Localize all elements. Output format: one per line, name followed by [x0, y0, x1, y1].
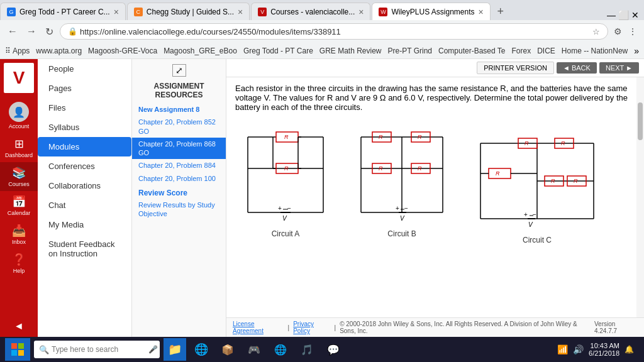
expand-icon-wrap[interactable]: ⤢ [132, 64, 226, 77]
tab-close-1[interactable]: × [114, 7, 119, 17]
bookmark-prept[interactable]: Pre-PT Grind [388, 47, 432, 55]
privacy-policy-link[interactable]: Privacy Policy [293, 321, 330, 334]
bookmark-magoosh-ebook[interactable]: Magoosh_GRE_eBoo [164, 47, 237, 55]
taskbar-date-text: 6/21/2018 [589, 349, 619, 357]
bookmark-forex[interactable]: Forex [512, 47, 531, 55]
sidebar-item-inbox[interactable]: 📥 Inbox [0, 220, 38, 249]
taskbar-chrome[interactable]: 🌐 [269, 338, 292, 361]
scrollbar-thumb[interactable] [638, 102, 643, 140]
sidebar-item-calendar[interactable]: 📅 Calendar [0, 191, 38, 220]
scrollbar[interactable] [636, 77, 644, 317]
bookmarks-bar: ⠿ Apps www.apta.org Magoosh-GRE-Voca Mag… [0, 43, 644, 59]
svg-text:+: + [396, 205, 399, 212]
bookmark-computer[interactable]: Computer-Based Te [438, 47, 506, 55]
problem-text-area: Each resistor in the three circuits in t… [226, 77, 636, 317]
bookmark-home-label: Home -- NationNew [562, 47, 628, 55]
minimize-button[interactable]: — [607, 10, 616, 20]
tab-1[interactable]: G Greg Todd - PT Career C... × [0, 3, 126, 20]
new-assignment-link[interactable]: New Assignment 8 [132, 103, 226, 116]
back-nav-button[interactable]: ◄ BACK [557, 62, 597, 74]
taskbar-clock[interactable]: 10:43 AM 6/21/2018 [589, 342, 619, 357]
url-input-wrap[interactable]: 🔒 https://online.valenciacollege.edu/cou… [60, 23, 608, 40]
microphone-icon[interactable]: 🎤 [148, 345, 158, 354]
tab-4[interactable]: W WileyPLUS Assignments × [372, 3, 490, 20]
tab-close-2[interactable]: × [238, 7, 243, 17]
tab-3[interactable]: V Courses - valenciacolle... × [251, 3, 370, 20]
bookmark-gregg-todd[interactable]: Greg Todd - PT Care [243, 47, 313, 55]
collapse-icon: ◄ [14, 321, 24, 331]
tab-2[interactable]: C Chegg Study | Guided S... × [127, 3, 250, 20]
tab-title-3: Courses - valenciacolle... [270, 8, 355, 16]
bookmark-apta[interactable]: www.apta.org [36, 47, 82, 55]
taskbar-search-input[interactable] [52, 345, 146, 354]
bookmark-home[interactable]: Home -- NationNew [562, 47, 628, 55]
extensions-button[interactable]: ⚙ [612, 25, 624, 38]
windows-start-button[interactable] [5, 338, 30, 361]
taskbar-spotify[interactable]: 🎵 [296, 338, 318, 361]
forward-button[interactable]: → [24, 23, 39, 40]
svg-text:−: − [533, 211, 536, 218]
taskbar-ie[interactable]: 🌐 [190, 338, 213, 361]
printer-version-button[interactable]: PRINTER VERSION [477, 62, 554, 74]
account-avatar: 👤 [9, 102, 29, 122]
notification-icon[interactable]: 🔔 [625, 345, 634, 354]
course-nav-chat[interactable]: Chat [38, 195, 131, 215]
course-nav-collaborations[interactable]: Collaborations [38, 176, 131, 195]
bookmark-computer-label: Computer-Based Te [438, 47, 506, 55]
network-icon[interactable]: 📶 [557, 344, 568, 354]
course-nav-people[interactable]: People [38, 59, 131, 79]
svg-text:+: + [278, 205, 282, 212]
menu-button[interactable]: ⋮ [626, 25, 639, 38]
problem-text: Each resistor in the three circuits in t… [235, 84, 628, 112]
problem-link-2[interactable]: Chapter 20, Problem 868 GO [132, 138, 226, 160]
svg-text:V: V [528, 221, 533, 228]
sidebar-item-courses[interactable]: 📚 Courses [0, 162, 38, 191]
new-tab-button[interactable]: + [492, 3, 509, 20]
back-button[interactable]: ← [5, 23, 20, 40]
tab-title-4: WileyPLUS Assignments [391, 8, 474, 16]
bookmark-star-icon[interactable]: ☆ [592, 27, 600, 36]
bookmark-gre-math[interactable]: GRE Math Review [319, 47, 382, 55]
course-nav-feedback[interactable]: Student Feedback on Instruction [38, 234, 131, 263]
circuit-c-figure: R R R [468, 124, 606, 244]
bookmark-apps[interactable]: ⠿ Apps [5, 47, 30, 55]
wiley-footer: License Agreement | Privacy Policy | © 2… [226, 317, 644, 337]
url-text: https://online.valenciacollege.edu/cours… [80, 27, 590, 36]
close-window-button[interactable]: ✕ [631, 10, 639, 20]
main-content: V 👤 Account ⊞ Dashboard 📚 Courses 📅 Cale… [0, 59, 644, 337]
tab-close-4[interactable]: × [479, 7, 484, 17]
sidebar-item-account[interactable]: 👤 Account [0, 98, 38, 133]
taskbar-file-explorer[interactable]: 📁 [164, 338, 186, 361]
tab-favicon-1: G [7, 8, 16, 16]
sidebar-item-help[interactable]: ❓ Help [0, 249, 38, 278]
problem-link-1[interactable]: Chapter 20, Problem 852 GO [132, 116, 226, 138]
bookmarks-more-button[interactable]: » [634, 46, 639, 56]
bookmark-magoosh-voca[interactable]: Magoosh-GRE-Voca [88, 47, 157, 55]
restore-button[interactable]: ⬜ [618, 10, 629, 20]
circuit-a-label: Circuit A [235, 229, 336, 238]
bookmark-dice[interactable]: DICE [537, 47, 555, 55]
problem-link-4[interactable]: Chapter 20, Problem 100 [132, 172, 226, 185]
volume-icon[interactable]: 🔊 [573, 344, 584, 354]
help-icon: ❓ [12, 253, 26, 266]
next-nav-button[interactable]: NEXT ► [599, 62, 639, 74]
tab-close-3[interactable]: × [358, 7, 364, 17]
course-nav-conferences[interactable]: Conferences [38, 156, 131, 176]
taskbar-search[interactable]: 🔍 🎤 [34, 341, 160, 358]
review-score-link[interactable]: Review Score [132, 185, 226, 199]
problem-link-3[interactable]: Chapter 20, Problem 884 [132, 159, 226, 172]
taskbar-skype[interactable]: 💬 [322, 338, 345, 361]
sidebar-collapse-button[interactable]: ◄ [9, 315, 29, 337]
taskbar-time-text: 10:43 AM [589, 342, 619, 349]
taskbar-app4[interactable]: 🎮 [243, 338, 265, 361]
course-nav-modules[interactable]: Modules [38, 137, 131, 156]
license-agreement-link[interactable]: License Agreement [233, 321, 284, 334]
course-nav-mymedia[interactable]: My Media [38, 215, 131, 234]
review-results-link[interactable]: Review Results by Study Objective [132, 199, 226, 221]
course-nav-pages[interactable]: Pages [38, 79, 131, 98]
taskbar-amazon[interactable]: 📦 [216, 338, 239, 361]
reload-button[interactable]: ↻ [43, 23, 56, 40]
course-nav-files[interactable]: Files [38, 98, 131, 118]
sidebar-item-dashboard[interactable]: ⊞ Dashboard [0, 133, 38, 162]
course-nav-syllabus[interactable]: Syllabus [38, 118, 131, 137]
